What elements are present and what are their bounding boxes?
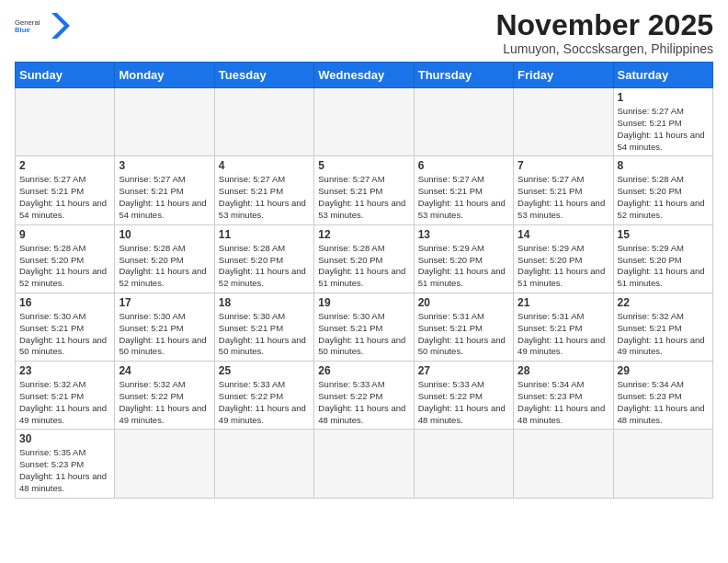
day-info: Sunrise: 5:32 AM Sunset: 5:22 PM Dayligh… (119, 379, 210, 426)
calendar-cell: 27Sunrise: 5:33 AM Sunset: 5:22 PM Dayli… (414, 362, 513, 430)
day-info: Sunrise: 5:28 AM Sunset: 5:20 PM Dayligh… (618, 174, 709, 221)
day-info: Sunrise: 5:27 AM Sunset: 5:21 PM Dayligh… (518, 174, 609, 221)
calendar-cell: 20Sunrise: 5:31 AM Sunset: 5:21 PM Dayli… (414, 293, 513, 361)
day-number: 1 (618, 91, 709, 104)
calendar-cell: 16Sunrise: 5:30 AM Sunset: 5:21 PM Dayli… (16, 293, 115, 361)
calendar-cell: 2Sunrise: 5:27 AM Sunset: 5:21 PM Daylig… (16, 156, 115, 224)
day-number: 30 (19, 432, 110, 445)
calendar-cell (414, 88, 513, 156)
day-info: Sunrise: 5:27 AM Sunset: 5:21 PM Dayligh… (418, 174, 509, 221)
week-row-6: 30Sunrise: 5:35 AM Sunset: 5:23 PM Dayli… (16, 430, 713, 498)
calendar-cell (214, 88, 313, 156)
day-number: 20 (418, 296, 509, 309)
arrow-icon (51, 9, 70, 42)
calendar-cell (16, 88, 115, 156)
day-number: 7 (518, 159, 609, 172)
col-friday: Friday (514, 63, 613, 88)
calendar-cell: 11Sunrise: 5:28 AM Sunset: 5:20 PM Dayli… (214, 224, 313, 293)
day-number: 3 (119, 159, 210, 172)
day-info: Sunrise: 5:27 AM Sunset: 5:21 PM Dayligh… (119, 174, 210, 221)
calendar-cell: 29Sunrise: 5:34 AM Sunset: 5:23 PM Dayli… (613, 362, 712, 430)
week-row-1: 1Sunrise: 5:27 AM Sunset: 5:21 PM Daylig… (16, 88, 713, 156)
svg-text:General: General (15, 18, 40, 27)
day-number: 27 (418, 364, 509, 377)
title-section: November 2025 Lumuyon, Soccsksargen, Phi… (495, 9, 713, 56)
logo: General Blue (15, 9, 70, 42)
day-info: Sunrise: 5:30 AM Sunset: 5:21 PM Dayligh… (318, 311, 409, 358)
day-number: 5 (318, 159, 409, 172)
svg-marker-2 (51, 13, 70, 39)
calendar-cell (314, 430, 414, 498)
calendar-cell: 24Sunrise: 5:32 AM Sunset: 5:22 PM Dayli… (115, 362, 214, 430)
day-number: 10 (119, 228, 210, 241)
calendar-cell: 21Sunrise: 5:31 AM Sunset: 5:21 PM Dayli… (514, 293, 613, 361)
calendar-cell (314, 88, 414, 156)
day-number: 11 (219, 228, 310, 241)
col-tuesday: Tuesday (214, 63, 313, 88)
month-year-title: November 2025 (495, 9, 713, 41)
day-info: Sunrise: 5:35 AM Sunset: 5:23 PM Dayligh… (19, 447, 110, 494)
day-info: Sunrise: 5:31 AM Sunset: 5:21 PM Dayligh… (418, 311, 509, 358)
day-info: Sunrise: 5:29 AM Sunset: 5:20 PM Dayligh… (618, 243, 709, 290)
day-number: 19 (318, 296, 409, 309)
day-info: Sunrise: 5:30 AM Sunset: 5:21 PM Dayligh… (119, 311, 210, 358)
calendar-cell (514, 430, 613, 498)
calendar-cell: 6Sunrise: 5:27 AM Sunset: 5:21 PM Daylig… (414, 156, 513, 224)
col-sunday: Sunday (16, 63, 115, 88)
calendar-cell: 5Sunrise: 5:27 AM Sunset: 5:21 PM Daylig… (314, 156, 414, 224)
day-number: 29 (618, 364, 709, 377)
day-number: 12 (318, 228, 409, 241)
calendar-cell (613, 430, 712, 498)
day-number: 6 (418, 159, 509, 172)
calendar-cell: 18Sunrise: 5:30 AM Sunset: 5:21 PM Dayli… (214, 293, 313, 361)
calendar-cell: 25Sunrise: 5:33 AM Sunset: 5:22 PM Dayli… (214, 362, 313, 430)
day-number: 13 (418, 228, 509, 241)
day-number: 2 (19, 159, 110, 172)
calendar-cell (414, 430, 513, 498)
day-info: Sunrise: 5:27 AM Sunset: 5:21 PM Dayligh… (318, 174, 409, 221)
calendar-cell: 3Sunrise: 5:27 AM Sunset: 5:21 PM Daylig… (115, 156, 214, 224)
day-info: Sunrise: 5:33 AM Sunset: 5:22 PM Dayligh… (418, 379, 509, 426)
calendar-cell (514, 88, 613, 156)
day-info: Sunrise: 5:27 AM Sunset: 5:21 PM Dayligh… (219, 174, 310, 221)
calendar-table: Sunday Monday Tuesday Wednesday Thursday… (15, 62, 713, 499)
day-number: 28 (518, 364, 609, 377)
week-row-5: 23Sunrise: 5:32 AM Sunset: 5:21 PM Dayli… (16, 362, 713, 430)
calendar-cell: 10Sunrise: 5:28 AM Sunset: 5:20 PM Dayli… (115, 224, 214, 293)
calendar-cell: 13Sunrise: 5:29 AM Sunset: 5:20 PM Dayli… (414, 224, 513, 293)
col-thursday: Thursday (414, 63, 513, 88)
generalblue-logo-icon: General Blue (15, 9, 48, 42)
calendar-cell: 30Sunrise: 5:35 AM Sunset: 5:23 PM Dayli… (16, 430, 115, 498)
calendar-cell: 8Sunrise: 5:28 AM Sunset: 5:20 PM Daylig… (613, 156, 712, 224)
calendar-cell: 1Sunrise: 5:27 AM Sunset: 5:21 PM Daylig… (613, 88, 712, 156)
day-info: Sunrise: 5:28 AM Sunset: 5:20 PM Dayligh… (119, 243, 210, 290)
day-number: 9 (19, 228, 110, 241)
day-number: 14 (518, 228, 609, 241)
calendar-cell: 19Sunrise: 5:30 AM Sunset: 5:21 PM Dayli… (314, 293, 414, 361)
day-number: 25 (219, 364, 310, 377)
day-number: 8 (618, 159, 709, 172)
calendar-cell: 14Sunrise: 5:29 AM Sunset: 5:20 PM Dayli… (514, 224, 613, 293)
day-info: Sunrise: 5:30 AM Sunset: 5:21 PM Dayligh… (19, 311, 110, 358)
calendar-cell: 22Sunrise: 5:32 AM Sunset: 5:21 PM Dayli… (613, 293, 712, 361)
calendar-cell: 12Sunrise: 5:28 AM Sunset: 5:20 PM Dayli… (314, 224, 414, 293)
day-info: Sunrise: 5:28 AM Sunset: 5:20 PM Dayligh… (318, 243, 409, 290)
day-number: 21 (518, 296, 609, 309)
location-subtitle: Lumuyon, Soccsksargen, Philippines (495, 41, 713, 56)
day-info: Sunrise: 5:27 AM Sunset: 5:21 PM Dayligh… (19, 174, 110, 221)
calendar-cell: 4Sunrise: 5:27 AM Sunset: 5:21 PM Daylig… (214, 156, 313, 224)
svg-text:Blue: Blue (15, 26, 30, 34)
day-info: Sunrise: 5:29 AM Sunset: 5:20 PM Dayligh… (418, 243, 509, 290)
calendar-cell: 9Sunrise: 5:28 AM Sunset: 5:20 PM Daylig… (16, 224, 115, 293)
calendar-cell: 23Sunrise: 5:32 AM Sunset: 5:21 PM Dayli… (16, 362, 115, 430)
day-info: Sunrise: 5:30 AM Sunset: 5:21 PM Dayligh… (219, 311, 310, 358)
calendar-cell (115, 88, 214, 156)
col-monday: Monday (115, 63, 214, 88)
day-info: Sunrise: 5:32 AM Sunset: 5:21 PM Dayligh… (618, 311, 709, 358)
calendar-cell (214, 430, 313, 498)
day-number: 17 (119, 296, 210, 309)
day-info: Sunrise: 5:32 AM Sunset: 5:21 PM Dayligh… (19, 379, 110, 426)
day-info: Sunrise: 5:34 AM Sunset: 5:23 PM Dayligh… (518, 379, 609, 426)
calendar-cell: 26Sunrise: 5:33 AM Sunset: 5:22 PM Dayli… (314, 362, 414, 430)
week-row-3: 9Sunrise: 5:28 AM Sunset: 5:20 PM Daylig… (16, 224, 713, 293)
